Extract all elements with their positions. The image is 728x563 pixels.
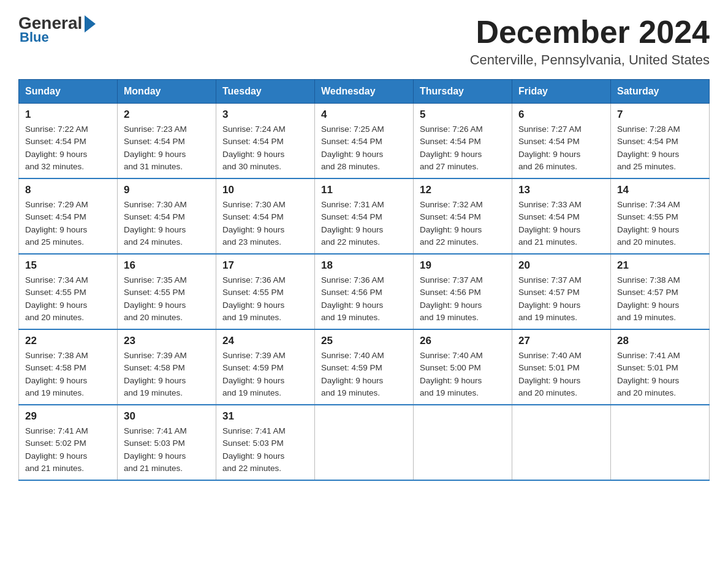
calendar-cell: 7Sunrise: 7:28 AMSunset: 4:54 PMDaylight… [611, 104, 710, 179]
calendar-cell: 10Sunrise: 7:30 AMSunset: 4:54 PMDayligh… [216, 178, 315, 254]
day-number: 7 [617, 109, 703, 121]
day-info: Sunrise: 7:27 AMSunset: 4:54 PMDaylight:… [518, 123, 604, 173]
calendar-cell: 22Sunrise: 7:38 AMSunset: 4:58 PMDayligh… [19, 329, 118, 405]
day-number: 5 [420, 109, 506, 121]
weekday-header-thursday: Thursday [414, 80, 512, 104]
day-info: Sunrise: 7:34 AMSunset: 4:55 PMDaylight:… [25, 274, 111, 324]
day-info: Sunrise: 7:37 AMSunset: 4:57 PMDaylight:… [518, 274, 604, 324]
day-info: Sunrise: 7:25 AMSunset: 4:54 PMDaylight:… [321, 123, 407, 173]
week-row-1: 1Sunrise: 7:22 AMSunset: 4:54 PMDaylight… [19, 104, 710, 179]
calendar-cell: 6Sunrise: 7:27 AMSunset: 4:54 PMDaylight… [512, 104, 611, 179]
logo: General Blue [18, 15, 96, 45]
day-number: 6 [518, 109, 604, 121]
day-info: Sunrise: 7:28 AMSunset: 4:54 PMDaylight:… [617, 123, 703, 173]
calendar-cell: 9Sunrise: 7:30 AMSunset: 4:54 PMDaylight… [118, 178, 216, 254]
day-info: Sunrise: 7:41 AMSunset: 5:02 PMDaylight:… [25, 425, 111, 475]
calendar-cell: 20Sunrise: 7:37 AMSunset: 4:57 PMDayligh… [512, 254, 611, 329]
day-number: 3 [222, 109, 308, 121]
month-title: December 2024 [470, 15, 710, 50]
calendar-cell: 31Sunrise: 7:41 AMSunset: 5:03 PMDayligh… [216, 405, 315, 480]
weekday-header-friday: Friday [512, 80, 611, 104]
day-number: 20 [518, 259, 604, 272]
calendar-cell: 13Sunrise: 7:33 AMSunset: 4:54 PMDayligh… [512, 178, 611, 254]
day-info: Sunrise: 7:36 AMSunset: 4:55 PMDaylight:… [222, 274, 308, 324]
day-info: Sunrise: 7:33 AMSunset: 4:54 PMDaylight:… [518, 199, 604, 248]
day-number: 8 [25, 184, 111, 196]
calendar-cell: 27Sunrise: 7:40 AMSunset: 5:01 PMDayligh… [512, 329, 611, 405]
calendar-cell: 18Sunrise: 7:36 AMSunset: 4:56 PMDayligh… [315, 254, 414, 329]
calendar-cell: 19Sunrise: 7:37 AMSunset: 4:56 PMDayligh… [414, 254, 512, 329]
page-header: General Blue December 2024 Centerville, … [18, 15, 710, 68]
day-info: Sunrise: 7:41 AMSunset: 5:01 PMDaylight:… [617, 350, 703, 399]
day-info: Sunrise: 7:38 AMSunset: 4:57 PMDaylight:… [617, 274, 703, 324]
day-number: 9 [124, 184, 210, 196]
day-number: 27 [518, 335, 604, 347]
day-info: Sunrise: 7:29 AMSunset: 4:54 PMDaylight:… [25, 199, 111, 248]
day-info: Sunrise: 7:40 AMSunset: 5:00 PMDaylight:… [420, 350, 506, 399]
day-number: 22 [25, 335, 111, 347]
weekday-header-tuesday: Tuesday [216, 80, 315, 104]
day-number: 10 [222, 184, 308, 196]
weekday-header-saturday: Saturday [611, 80, 710, 104]
day-number: 26 [420, 335, 506, 347]
day-info: Sunrise: 7:32 AMSunset: 4:54 PMDaylight:… [420, 199, 506, 248]
calendar-cell: 11Sunrise: 7:31 AMSunset: 4:54 PMDayligh… [315, 178, 414, 254]
day-info: Sunrise: 7:22 AMSunset: 4:54 PMDaylight:… [25, 123, 111, 173]
calendar-cell: 21Sunrise: 7:38 AMSunset: 4:57 PMDayligh… [611, 254, 710, 329]
day-number: 1 [25, 109, 111, 121]
calendar-cell: 14Sunrise: 7:34 AMSunset: 4:55 PMDayligh… [611, 178, 710, 254]
calendar-cell: 15Sunrise: 7:34 AMSunset: 4:55 PMDayligh… [19, 254, 118, 329]
day-info: Sunrise: 7:39 AMSunset: 4:59 PMDaylight:… [222, 350, 308, 399]
calendar-cell: 25Sunrise: 7:40 AMSunset: 4:59 PMDayligh… [315, 329, 414, 405]
calendar-cell [315, 405, 414, 480]
day-info: Sunrise: 7:38 AMSunset: 4:58 PMDaylight:… [25, 350, 111, 399]
calendar-cell: 17Sunrise: 7:36 AMSunset: 4:55 PMDayligh… [216, 254, 315, 329]
day-info: Sunrise: 7:37 AMSunset: 4:56 PMDaylight:… [420, 274, 506, 324]
calendar-cell: 8Sunrise: 7:29 AMSunset: 4:54 PMDaylight… [19, 178, 118, 254]
day-number: 28 [617, 335, 703, 347]
day-number: 15 [25, 259, 111, 272]
calendar-cell: 26Sunrise: 7:40 AMSunset: 5:00 PMDayligh… [414, 329, 512, 405]
weekday-header-monday: Monday [118, 80, 216, 104]
calendar-cell: 1Sunrise: 7:22 AMSunset: 4:54 PMDaylight… [19, 104, 118, 179]
day-number: 4 [321, 109, 407, 121]
calendar-cell: 4Sunrise: 7:25 AMSunset: 4:54 PMDaylight… [315, 104, 414, 179]
calendar-cell: 30Sunrise: 7:41 AMSunset: 5:03 PMDayligh… [118, 405, 216, 480]
calendar-cell [611, 405, 710, 480]
calendar-cell: 12Sunrise: 7:32 AMSunset: 4:54 PMDayligh… [414, 178, 512, 254]
day-number: 19 [420, 259, 506, 272]
calendar-table: SundayMondayTuesdayWednesdayThursdayFrid… [18, 79, 710, 481]
day-number: 14 [617, 184, 703, 196]
day-info: Sunrise: 7:31 AMSunset: 4:54 PMDaylight:… [321, 199, 407, 248]
day-number: 21 [617, 259, 703, 272]
day-number: 30 [124, 410, 210, 423]
day-number: 31 [222, 410, 308, 423]
day-number: 13 [518, 184, 604, 196]
day-info: Sunrise: 7:34 AMSunset: 4:55 PMDaylight:… [617, 199, 703, 248]
day-info: Sunrise: 7:40 AMSunset: 5:01 PMDaylight:… [518, 350, 604, 399]
day-number: 25 [321, 335, 407, 347]
weekday-header-wednesday: Wednesday [315, 80, 414, 104]
day-number: 23 [124, 335, 210, 347]
logo-arrow-icon [85, 15, 96, 33]
calendar-cell [414, 405, 512, 480]
calendar-cell: 23Sunrise: 7:39 AMSunset: 4:58 PMDayligh… [118, 329, 216, 405]
day-info: Sunrise: 7:35 AMSunset: 4:55 PMDaylight:… [124, 274, 210, 324]
day-info: Sunrise: 7:23 AMSunset: 4:54 PMDaylight:… [124, 123, 210, 173]
week-row-5: 29Sunrise: 7:41 AMSunset: 5:02 PMDayligh… [19, 405, 710, 480]
title-block: December 2024 Centerville, Pennsylvania,… [470, 15, 710, 68]
day-info: Sunrise: 7:40 AMSunset: 4:59 PMDaylight:… [321, 350, 407, 399]
day-info: Sunrise: 7:41 AMSunset: 5:03 PMDaylight:… [124, 425, 210, 475]
calendar-cell: 28Sunrise: 7:41 AMSunset: 5:01 PMDayligh… [611, 329, 710, 405]
calendar-cell: 2Sunrise: 7:23 AMSunset: 4:54 PMDaylight… [118, 104, 216, 179]
calendar-cell: 16Sunrise: 7:35 AMSunset: 4:55 PMDayligh… [118, 254, 216, 329]
calendar-cell: 24Sunrise: 7:39 AMSunset: 4:59 PMDayligh… [216, 329, 315, 405]
day-number: 18 [321, 259, 407, 272]
calendar-cell: 29Sunrise: 7:41 AMSunset: 5:02 PMDayligh… [19, 405, 118, 480]
day-number: 2 [124, 109, 210, 121]
day-info: Sunrise: 7:24 AMSunset: 4:54 PMDaylight:… [222, 123, 308, 173]
weekday-header-sunday: Sunday [19, 80, 118, 104]
day-number: 17 [222, 259, 308, 272]
calendar-cell: 3Sunrise: 7:24 AMSunset: 4:54 PMDaylight… [216, 104, 315, 179]
week-row-2: 8Sunrise: 7:29 AMSunset: 4:54 PMDaylight… [19, 178, 710, 254]
